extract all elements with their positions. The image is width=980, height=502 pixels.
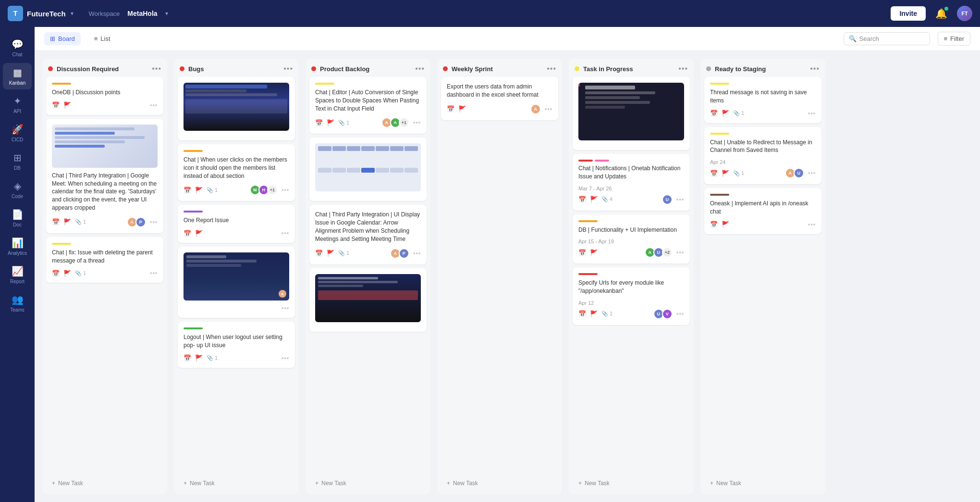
column-menu-staging[interactable]: ••• [810, 64, 820, 73]
card-pb1[interactable]: Chat | Editor | Auto Conversion of Singl… [309, 77, 427, 134]
card-ws1[interactable]: Export the users data from admin dashboa… [441, 77, 558, 120]
new-task-button-sprint[interactable]: + New Task [441, 476, 558, 490]
card-title: Chat | Third Party Integration | UI Disp… [315, 211, 421, 243]
card-rs2[interactable]: Chat | Unable to Redirect to Message in … [704, 127, 821, 185]
column-menu-bugs[interactable]: ••• [283, 64, 293, 73]
card-tag [184, 211, 203, 213]
card-menu[interactable]: ••• [413, 119, 421, 126]
attachment-count: 📎 1 [207, 355, 218, 361]
flag-icon: 🚩 [195, 187, 203, 194]
column-bugs: Bugs ••• [174, 59, 299, 494]
card-b3[interactable]: One Report Issue 📅 🚩 ••• [178, 205, 295, 243]
list-view-button[interactable]: ≡ List [88, 32, 116, 45]
card-b2[interactable]: Chat | When user clicks on the members i… [178, 144, 295, 201]
db-icon: ⊞ [13, 152, 22, 163]
card-pb4[interactable] [309, 268, 427, 332]
card-tag [578, 273, 598, 275]
column-dot-bugs [180, 66, 184, 71]
card-menu[interactable]: ••• [150, 269, 158, 277]
card-b1[interactable] [178, 77, 295, 140]
card-title: Chat | Editor | Auto Conversion of Singl… [315, 88, 421, 113]
doc-icon: 📄 [12, 209, 24, 220]
card-menu[interactable]: ••• [676, 196, 684, 203]
column-menu-backlog[interactable]: ••• [415, 64, 425, 73]
sidebar-item-api[interactable]: ✦ API [3, 91, 32, 118]
card-d3[interactable]: Chat | fix: Issue with deleting the pare… [46, 237, 163, 283]
card-menu[interactable]: ••• [282, 186, 289, 194]
column-header-bugs: Bugs ••• [174, 59, 299, 77]
sidebar-item-kanban[interactable]: ▦ Kanban [3, 63, 32, 89]
avatar-group: A P [390, 248, 409, 259]
card-menu[interactable]: ••• [808, 110, 816, 117]
filter-button[interactable]: ≡ Filter [938, 32, 970, 46]
card-footer: 📅 🚩 A U +2 ••• [578, 247, 684, 258]
card-menu[interactable]: ••• [150, 218, 158, 226]
sidebar-item-analytics[interactable]: 📊 Analytics [3, 233, 32, 260]
card-pb3[interactable]: Chat | Third Party Integration | UI Disp… [309, 205, 427, 264]
column-discussion: Discussion Required ••• OneDB | Discussi… [42, 59, 167, 494]
card-menu[interactable]: ••• [808, 169, 816, 177]
new-task-label: New Task [58, 480, 83, 487]
card-tp3[interactable]: DB | Functionality + UI Implementation A… [573, 214, 690, 264]
new-task-button-backlog[interactable]: + New Task [309, 476, 427, 490]
attachment-count: 📎 4 [601, 196, 612, 202]
invite-button[interactable]: Invite [891, 6, 926, 21]
sidebar-item-db[interactable]: ⊞ DB [3, 148, 32, 175]
card-menu[interactable]: ••• [676, 249, 684, 256]
new-task-button-staging[interactable]: + New Task [704, 476, 821, 490]
card-d1[interactable]: OneDB | Discussion points 📅 🚩 ••• [46, 77, 163, 115]
sidebar-item-label-code: Code [12, 194, 23, 199]
card-tp2[interactable]: Chat | Notifications | Onetab Notificati… [573, 154, 690, 211]
board-view-button[interactable]: ⊞ Board [44, 32, 81, 45]
avatar-overflow: +1 [399, 117, 409, 128]
logo-area[interactable]: T FutureTech ▾ [8, 6, 74, 21]
workspace-name[interactable]: MetaHola [127, 10, 157, 17]
column-task-in-progress: Task in Progress ••• [569, 59, 694, 494]
card-menu[interactable]: ••• [413, 250, 421, 257]
sidebar-item-code[interactable]: ◈ Code [3, 176, 32, 203]
new-task-button-discussion[interactable]: + New Task [46, 476, 163, 490]
column-header-staging: Ready to Staging ••• [700, 59, 825, 77]
card-b5[interactable]: Logout | When user logout user setting p… [178, 322, 295, 368]
flag-icon: 🚩 [195, 354, 203, 362]
column-dot-discussion [48, 66, 53, 71]
card-d2[interactable]: Chat | Third Party Integration | Google … [46, 119, 163, 233]
sidebar-item-report[interactable]: 📈 Report [3, 262, 32, 288]
avatar: U [794, 168, 804, 178]
card-tag [184, 327, 203, 329]
card-tp4[interactable]: Specify Urls for every module like "/app… [573, 267, 690, 325]
plus-icon: + [315, 480, 318, 487]
card-menu[interactable]: ••• [808, 221, 816, 228]
new-task-label: New Task [321, 480, 346, 487]
new-task-button-bugs[interactable]: + New Task [178, 476, 295, 490]
card-b4[interactable]: A ••• [178, 247, 295, 318]
workspace-label: Workspace [89, 10, 120, 17]
card-rs3[interactable]: Oneask | Implement AI apis in /oneask ch… [704, 188, 821, 234]
sidebar-item-chat[interactable]: 💬 Chat [3, 35, 32, 61]
card-footer: 📅 🚩 ••• [710, 221, 816, 228]
column-menu-progress[interactable]: ••• [678, 64, 688, 73]
card-menu[interactable]: ••• [676, 310, 684, 318]
card-menu[interactable]: ••• [150, 101, 158, 109]
card-tp1[interactable] [573, 77, 690, 150]
user-avatar[interactable]: FT [957, 6, 972, 21]
card-menu[interactable]: ••• [282, 354, 289, 362]
card-tag [315, 83, 334, 85]
logo-chevron-icon: ▾ [71, 10, 74, 17]
attachment-count: 📎 1 [601, 311, 612, 317]
notification-button[interactable]: 🔔 [933, 6, 949, 21]
column-menu-discussion[interactable]: ••• [152, 64, 161, 73]
card-menu[interactable]: ••• [282, 229, 289, 237]
new-task-label: New Task [585, 480, 610, 487]
card-menu[interactable]: ••• [282, 304, 289, 312]
sidebar-item-cicd[interactable]: 🚀 CICD [3, 120, 32, 146]
flag-red-icon: 🚩 [722, 170, 729, 177]
card-pb2[interactable] [309, 138, 427, 201]
card-rs1[interactable]: Thread message is not saving in save ite… [704, 77, 821, 123]
card-menu[interactable]: ••• [545, 105, 552, 113]
sidebar-item-doc[interactable]: 📄 Doc [3, 205, 32, 231]
new-task-button-progress[interactable]: + New Task [573, 476, 690, 490]
column-menu-sprint[interactable]: ••• [547, 64, 556, 73]
sidebar-item-teams[interactable]: 👥 Teams [3, 290, 32, 316]
search-box[interactable]: 🔍 Search [844, 32, 930, 45]
